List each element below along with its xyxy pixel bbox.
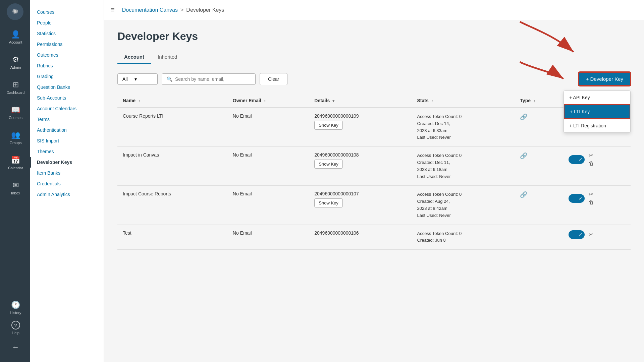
tab-inherited[interactable]: Inherited xyxy=(151,51,184,64)
breadcrumb-current: Developer Keys xyxy=(186,7,224,13)
row-2-details: 20496000000000108 Show Key xyxy=(309,147,412,186)
row-3-stats-text: Access Token Count: 0Created: Aug 24,202… xyxy=(417,191,509,219)
secondary-nav-outcomes[interactable]: Outcomes xyxy=(30,50,104,60)
secondary-nav-grading[interactable]: Grading xyxy=(30,71,104,82)
secondary-nav-people[interactable]: People xyxy=(30,17,104,28)
row-2-stats: Access Token Count: 0Created: Dec 11,202… xyxy=(412,147,515,186)
row-4-name: Test xyxy=(117,225,227,250)
row-1-details: 20496000000000109 Show Key xyxy=(309,108,412,147)
search-box: 🔍 xyxy=(162,73,256,85)
secondary-nav-developer-keys[interactable]: Developer Keys xyxy=(30,157,104,168)
row-4-owner-email: No Email xyxy=(227,225,309,250)
sort-icon-details: ▾ xyxy=(332,99,334,103)
breadcrumb-link[interactable]: Documentation Canvas xyxy=(122,7,178,13)
secondary-nav-sub-accounts[interactable]: Sub-Accounts xyxy=(30,93,104,103)
dropdown-menu: + API Key + LTI Key + LTI Registration xyxy=(564,90,631,133)
row-3-actions: ✂ 🗑 xyxy=(563,186,631,225)
col-name[interactable]: Name ↕ xyxy=(117,94,227,108)
row-3-details: 20496000000000107 Show Key xyxy=(309,186,412,225)
secondary-nav-authentication[interactable]: Authentication xyxy=(30,125,104,135)
history-icon: 🕐 xyxy=(11,301,20,309)
sort-icon-type: ↕ xyxy=(533,99,535,103)
sidebar-item-inbox[interactable]: ✉ Inbox xyxy=(0,174,30,199)
row-1-type-icon: 🔗 xyxy=(520,114,527,120)
row-3-delete-icon[interactable]: 🗑 xyxy=(589,199,594,205)
secondary-nav-question-banks[interactable]: Question Banks xyxy=(30,82,104,93)
developer-key-wrapper: + Developer Key + API Key + LTI Key + LT… xyxy=(579,72,631,86)
chevron-down-icon: ▾ xyxy=(135,76,137,82)
sidebar-item-groups[interactable]: 👥 Groups xyxy=(0,124,30,149)
courses-icon: 📖 xyxy=(11,106,20,114)
secondary-nav-credentials[interactable]: Credentials xyxy=(30,178,104,189)
row-2-type: 🔗 xyxy=(515,147,563,186)
row-4-stats: Access Token Count: 0Created: Jun 8 xyxy=(412,225,515,250)
row-2-actions: ✂ 🗑 xyxy=(563,147,631,186)
row-1-details-id: 20496000000000109 xyxy=(314,113,406,119)
secondary-nav-statistics[interactable]: Statistics xyxy=(30,28,104,39)
secondary-nav-themes[interactable]: Themes xyxy=(30,146,104,157)
row-1-owner-email: No Email xyxy=(227,108,309,147)
col-owner-email[interactable]: Owner Email ↕ xyxy=(227,94,309,108)
table-row: Course Reports LTI No Email 204960000000… xyxy=(117,108,631,147)
secondary-nav-admin-analytics[interactable]: Admin Analytics xyxy=(30,189,104,200)
main-content: ≡ Documentation Canvas > Developer Keys … xyxy=(104,0,644,362)
sidebar-item-history[interactable]: 🕐 History xyxy=(0,297,30,317)
table-header-row: Name ↕ Owner Email ↕ Details ▾ Stats xyxy=(117,94,631,108)
col-details[interactable]: Details ▾ xyxy=(309,94,412,108)
admin-icon: ⚙ xyxy=(12,55,19,64)
inbox-icon: ✉ xyxy=(13,181,19,190)
sidebar-item-help[interactable]: ? Help xyxy=(0,317,30,337)
sidebar-item-admin[interactable]: ⚙ Admin xyxy=(0,49,30,74)
filter-dropdown[interactable]: All ▾ xyxy=(117,73,158,85)
help-icon: ? xyxy=(11,321,20,329)
row-2-delete-icon[interactable]: 🗑 xyxy=(589,161,594,167)
hamburger-icon[interactable]: ≡ xyxy=(111,6,115,14)
row-2-edit-icon[interactable]: ✂ xyxy=(589,152,594,159)
clear-button[interactable]: Clear xyxy=(260,73,287,85)
secondary-nav-account-calendars[interactable]: Account Calendars xyxy=(30,103,104,114)
row-3-toggle[interactable] xyxy=(569,194,585,203)
row-1-type: 🔗 xyxy=(515,108,563,147)
sidebar-item-dashboard[interactable]: ⊞ Dashboard xyxy=(0,74,30,99)
row-2-stats-text: Access Token Count: 0Created: Dec 11,202… xyxy=(417,152,509,180)
page-content-wrapper: Developer Keys Account Inherited All ▾ 🔍… xyxy=(117,30,631,250)
sort-icon-stats: ↕ xyxy=(431,99,433,103)
sidebar-collapse-button[interactable]: ← xyxy=(0,337,30,357)
row-3-show-key-button[interactable]: Show Key xyxy=(314,198,343,207)
row-3-edit-icon[interactable]: ✂ xyxy=(589,191,594,197)
page-content: Developer Keys Account Inherited All ▾ 🔍… xyxy=(104,20,644,362)
dropdown-lti-registration[interactable]: + LTI Registration xyxy=(564,119,630,132)
account-icon: 👤 xyxy=(11,30,20,39)
row-4-edit-icon[interactable]: ✂ xyxy=(589,231,593,238)
secondary-nav-sis-import[interactable]: SIS Import xyxy=(30,135,104,146)
secondary-nav-courses[interactable]: Courses xyxy=(30,7,104,17)
secondary-nav-rubrics[interactable]: Rubrics xyxy=(30,60,104,71)
tab-account[interactable]: Account xyxy=(117,51,151,64)
search-input[interactable] xyxy=(175,76,251,82)
sidebar-item-account[interactable]: 👤 Account xyxy=(0,23,30,49)
sort-icon-name: ↕ xyxy=(138,99,140,103)
dropdown-lti-key[interactable]: + LTI Key xyxy=(564,104,630,119)
sidebar-item-calendar[interactable]: 📅 Calendar xyxy=(0,149,30,174)
secondary-nav-item-banks[interactable]: Item Banks xyxy=(30,168,104,178)
secondary-nav-permissions[interactable]: Permissions xyxy=(30,39,104,50)
toolbar: All ▾ 🔍 Clear + Developer Key + API Key … xyxy=(117,72,631,86)
col-stats[interactable]: Stats ↕ xyxy=(412,94,515,108)
row-1-show-key-button[interactable]: Show Key xyxy=(314,121,343,130)
row-4-details-id: 20496000000000106 xyxy=(314,230,406,236)
row-4-action-icons: ✂ xyxy=(589,231,593,238)
row-3-stats: Access Token Count: 0Created: Aug 24,202… xyxy=(412,186,515,225)
row-2-toggle[interactable] xyxy=(569,155,585,164)
table-row: Impact in Canvas No Email 20496000000000… xyxy=(117,147,631,186)
developer-key-button[interactable]: + Developer Key xyxy=(579,72,631,86)
row-4-toggle[interactable] xyxy=(569,230,585,239)
row-4-type xyxy=(515,225,563,250)
secondary-nav-terms[interactable]: Terms xyxy=(30,114,104,125)
nav-logo[interactable]: ✺ xyxy=(7,3,23,20)
col-type[interactable]: Type ↕ xyxy=(515,94,563,108)
sidebar-item-courses[interactable]: 📖 Courses xyxy=(0,99,30,124)
top-bar: ≡ Documentation Canvas > Developer Keys xyxy=(104,0,644,20)
dropdown-api-key[interactable]: + API Key xyxy=(564,91,630,104)
row-2-show-key-button[interactable]: Show Key xyxy=(314,160,343,169)
table-row: Test No Email 20496000000000106 Access T… xyxy=(117,225,631,250)
